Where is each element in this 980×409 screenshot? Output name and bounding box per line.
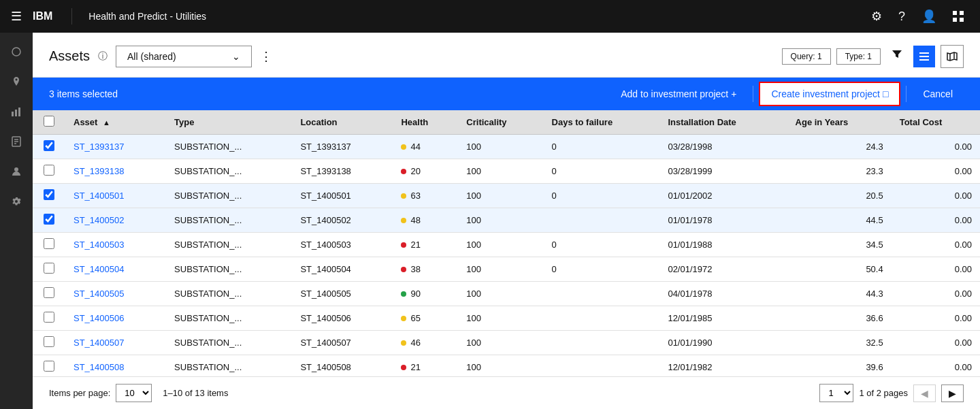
- age-in-years-cell: 50.4: [787, 257, 892, 282]
- add-plus-icon: +: [731, 88, 736, 99]
- sidebar-item-analytics[interactable]: [0, 98, 33, 125]
- row-checkbox-cell[interactable]: [33, 233, 65, 257]
- health-cell: 21: [393, 233, 458, 257]
- assets-dropdown[interactable]: All (shared) ⌄: [116, 46, 252, 67]
- criticality-cell: 100: [458, 184, 543, 208]
- sidebar-item-location[interactable]: [0, 68, 33, 95]
- asset-link[interactable]: ST_1400501: [74, 191, 124, 201]
- asset-cell: ST_1400506: [65, 306, 166, 331]
- asset-link[interactable]: ST_1400504: [74, 264, 124, 274]
- health-dot: [401, 291, 406, 297]
- installation-date-column-header[interactable]: Installation Date: [659, 110, 787, 135]
- age-in-years-cell: 44.5: [787, 208, 892, 233]
- row-checkbox[interactable]: [44, 312, 54, 323]
- user-icon[interactable]: 👤: [916, 3, 942, 29]
- row-checkbox[interactable]: [44, 361, 54, 372]
- row-checkbox-cell[interactable]: [33, 306, 65, 331]
- row-checkbox[interactable]: [44, 165, 54, 176]
- total-cost-column-header[interactable]: Total Cost: [892, 110, 980, 135]
- previous-page-button[interactable]: ◀: [913, 385, 936, 402]
- menu-icon[interactable]: ☰: [11, 9, 22, 24]
- asset-link[interactable]: ST_1400505: [74, 289, 124, 299]
- table-row: ST_1400502 SUBSTATION_... ST_1400502 48 …: [33, 208, 980, 233]
- row-checkbox-cell[interactable]: [33, 331, 65, 355]
- installation-date-cell: 04/01/1978: [659, 282, 787, 306]
- asset-link[interactable]: ST_1400502: [74, 215, 124, 225]
- health-cell: 63: [393, 184, 458, 208]
- sidebar-item-reports[interactable]: [0, 128, 33, 155]
- list-view-button[interactable]: [913, 46, 935, 67]
- svg-rect-0: [953, 11, 957, 15]
- row-checkbox[interactable]: [44, 287, 54, 298]
- settings-icon[interactable]: ⚙: [866, 3, 887, 29]
- sidebar-item-settings[interactable]: [0, 188, 33, 215]
- row-checkbox-cell[interactable]: [33, 355, 65, 377]
- asset-column-header[interactable]: Asset ▲: [65, 110, 166, 135]
- table-row: ST_1400508 SUBSTATION_... ST_1400508 21 …: [33, 355, 980, 377]
- row-checkbox-cell[interactable]: [33, 184, 65, 208]
- apps-icon[interactable]: [947, 5, 969, 27]
- page-number-select[interactable]: 1 2: [819, 384, 853, 402]
- health-cell: 21: [393, 355, 458, 377]
- type-cell: SUBSTATION_...: [166, 355, 292, 377]
- row-checkbox[interactable]: [44, 214, 54, 225]
- asset-link[interactable]: ST_1393138: [74, 166, 124, 176]
- type-cell: SUBSTATION_...: [166, 135, 292, 159]
- location-cell: ST_1400508: [292, 355, 393, 377]
- table-body: ST_1393137 SUBSTATION_... ST_1393137 44 …: [33, 135, 980, 377]
- page-info-icon[interactable]: ⓘ: [98, 50, 108, 63]
- next-page-button[interactable]: ▶: [941, 385, 964, 402]
- type-badge[interactable]: Type: 1: [836, 48, 881, 65]
- criticality-cell: 100: [458, 355, 543, 377]
- row-checkbox-cell[interactable]: [33, 135, 65, 159]
- add-to-investment-project-button[interactable]: Add to investment project +: [610, 83, 747, 105]
- asset-cell: ST_1400502: [65, 208, 166, 233]
- sidebar-item-users[interactable]: [0, 158, 33, 185]
- asset-link[interactable]: ST_1400506: [74, 313, 124, 323]
- age-in-years-cell: 24.3: [787, 135, 892, 159]
- asset-link[interactable]: ST_1400503: [74, 240, 124, 250]
- row-checkbox-cell[interactable]: [33, 159, 65, 184]
- criticality-column-header[interactable]: Criticality: [458, 110, 543, 135]
- filter-button[interactable]: [886, 44, 908, 69]
- per-page-select[interactable]: 10 20 50: [116, 384, 152, 402]
- selection-count: 3 items selected: [49, 88, 118, 99]
- type-column-header[interactable]: Type: [166, 110, 292, 135]
- days-to-failure-column-header[interactable]: Days to failure: [544, 110, 660, 135]
- row-checkbox[interactable]: [44, 140, 54, 151]
- health-column-header[interactable]: Health: [393, 110, 458, 135]
- page-title: Assets: [49, 48, 90, 64]
- asset-link[interactable]: ST_1400508: [74, 362, 124, 372]
- total-cost-cell: 0.00: [892, 331, 980, 355]
- row-checkbox-cell[interactable]: [33, 282, 65, 306]
- help-icon[interactable]: ?: [893, 4, 911, 29]
- row-checkbox[interactable]: [44, 238, 54, 249]
- location-cell: ST_1400506: [292, 306, 393, 331]
- query-badge[interactable]: Query: 1: [782, 48, 831, 65]
- chevron-down-icon: ⌄: [232, 51, 240, 62]
- row-checkbox[interactable]: [44, 336, 54, 347]
- cancel-button[interactable]: Cancel: [912, 83, 964, 105]
- more-options-button[interactable]: ⋮: [260, 49, 272, 64]
- select-all-header[interactable]: [33, 110, 65, 135]
- select-all-checkbox[interactable]: [44, 116, 54, 127]
- total-cost-cell: 0.00: [892, 184, 980, 208]
- asset-link[interactable]: ST_1400507: [74, 338, 124, 348]
- total-cost-cell: 0.00: [892, 257, 980, 282]
- row-checkbox-cell[interactable]: [33, 208, 65, 233]
- sidebar-item-home[interactable]: [0, 38, 33, 65]
- asset-link[interactable]: ST_1393137: [74, 142, 124, 152]
- map-view-button[interactable]: [941, 45, 964, 68]
- location-column-header[interactable]: Location: [292, 110, 393, 135]
- page-header: Assets ⓘ All (shared) ⌄ ⋮ Query: 1 Type:…: [33, 33, 980, 78]
- location-cell: ST_1400501: [292, 184, 393, 208]
- row-checkbox-cell[interactable]: [33, 257, 65, 282]
- installation-date-cell: 01/01/1990: [659, 331, 787, 355]
- row-checkbox[interactable]: [44, 189, 54, 200]
- days-to-failure-cell: 0: [544, 159, 660, 184]
- table-row: ST_1400507 SUBSTATION_... ST_1400507 46 …: [33, 331, 980, 355]
- row-checkbox[interactable]: [44, 263, 54, 274]
- installation-date-cell: 03/28/1998: [659, 135, 787, 159]
- create-investment-project-button[interactable]: Create investment project □: [759, 82, 900, 106]
- age-in-years-column-header[interactable]: Age in Years: [787, 110, 892, 135]
